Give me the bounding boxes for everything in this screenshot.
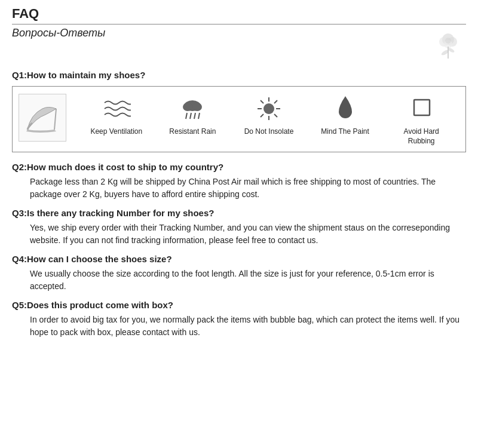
rubbing-icon xyxy=(406,94,436,124)
question-5: Q5:Does this product come with box? xyxy=(12,300,466,310)
svg-line-12 xyxy=(186,113,187,119)
faq-title: FAQ xyxy=(12,6,466,24)
care-section: Keep Ventilation xyxy=(12,86,466,152)
russian-title-row: Вопросы-Ответы xyxy=(12,27,466,63)
answer-3: Yes, we ship every order with their Trac… xyxy=(30,222,466,247)
care-item-rain: Resistant Rain xyxy=(163,94,222,137)
ventilation-icon xyxy=(102,94,131,124)
page-wrapper: FAQ Вопросы-Ответы Q1:How to maintain my… xyxy=(0,0,478,355)
svg-rect-25 xyxy=(414,100,430,115)
care-icons: Keep Ventilation xyxy=(78,94,459,146)
sun-icon xyxy=(254,94,284,124)
russian-title-text: Вопросы-Ответы xyxy=(12,27,105,39)
svg-line-8 xyxy=(54,109,56,130)
care-item-paint: Mind The Paint xyxy=(315,94,375,137)
answer-4: We usually choose the size according to … xyxy=(30,268,466,293)
insolate-label: Do Not Insolate xyxy=(244,127,294,137)
svg-line-14 xyxy=(194,113,195,119)
ventilation-label: Keep Ventilation xyxy=(90,127,142,137)
rain-icon xyxy=(177,94,207,124)
rose-icon xyxy=(430,27,466,63)
rubbing-label: Avoid Hard Rubbing xyxy=(391,127,451,146)
question-4: Q4:How can I choose the shoes size? xyxy=(12,254,466,264)
care-item-ventilation: Keep Ventilation xyxy=(87,94,146,137)
paint-label: Mind The Paint xyxy=(321,127,369,137)
svg-point-10 xyxy=(183,103,192,111)
question-3: Q3:Is there any tracking Number for my s… xyxy=(12,208,466,218)
svg-line-24 xyxy=(261,114,263,117)
question-2: Q2:How much does it cost to ship to my c… xyxy=(12,162,466,172)
shoe-image xyxy=(19,94,66,142)
svg-line-13 xyxy=(190,113,191,119)
answer-2: Package less than 2 Kg will be shipped b… xyxy=(30,176,466,201)
svg-point-4 xyxy=(445,38,451,44)
svg-point-11 xyxy=(192,103,202,111)
svg-line-23 xyxy=(274,100,277,103)
svg-line-21 xyxy=(261,100,263,103)
care-item-rubbing: Avoid Hard Rubbing xyxy=(391,94,451,146)
svg-point-16 xyxy=(263,103,274,114)
paint-icon xyxy=(330,94,360,124)
svg-line-15 xyxy=(198,113,200,119)
rain-label: Resistant Rain xyxy=(169,127,216,137)
question-1: Q1:How to maintain my shoes? xyxy=(12,70,466,80)
svg-line-22 xyxy=(274,114,277,117)
care-item-insolate: Do Not Insolate xyxy=(239,94,299,137)
answer-5: In order to avoid big tax for you, we no… xyxy=(30,314,466,339)
